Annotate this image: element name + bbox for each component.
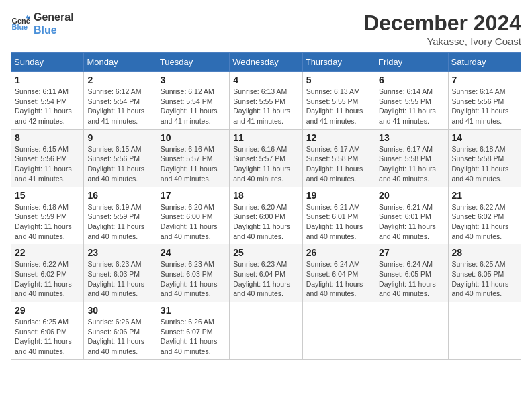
weekday-header-row: SundayMondayTuesdayWednesdayThursdayFrid…: [11, 53, 521, 72]
day-number: 31: [161, 305, 226, 316]
day-info: Sunrise: 6:12 AMSunset: 5:54 PMDaylight:…: [87, 87, 152, 126]
calendar-cell: [375, 302, 448, 360]
calendar-cell: 27Sunrise: 6:24 AMSunset: 6:05 PMDayligh…: [375, 244, 448, 302]
day-info: Sunrise: 6:18 AMSunset: 5:58 PMDaylight:…: [452, 144, 517, 184]
day-number: 11: [233, 132, 298, 143]
weekday-header-saturday: Saturday: [448, 53, 521, 72]
day-number: 17: [161, 190, 226, 201]
calendar-cell: 3Sunrise: 6:12 AMSunset: 5:54 PMDaylight…: [157, 72, 229, 130]
day-number: 30: [87, 305, 152, 316]
calendar-cell: 17Sunrise: 6:20 AMSunset: 6:00 PMDayligh…: [157, 187, 229, 244]
calendar-cell: 15Sunrise: 6:18 AMSunset: 5:59 PMDayligh…: [11, 187, 84, 244]
calendar-cell: 5Sunrise: 6:13 AMSunset: 5:55 PMDaylight…: [302, 72, 375, 130]
calendar-week-1: 1Sunrise: 6:11 AMSunset: 5:54 PMDaylight…: [11, 72, 521, 130]
calendar-cell: 26Sunrise: 6:24 AMSunset: 6:04 PMDayligh…: [302, 244, 375, 302]
day-info: Sunrise: 6:23 AMSunset: 6:04 PMDaylight:…: [233, 259, 298, 299]
day-info: Sunrise: 6:21 AMSunset: 6:01 PMDaylight:…: [306, 202, 371, 242]
day-info: Sunrise: 6:14 AMSunset: 5:56 PMDaylight:…: [452, 87, 517, 126]
day-info: Sunrise: 6:21 AMSunset: 6:01 PMDaylight:…: [379, 202, 444, 242]
calendar-cell: 24Sunrise: 6:23 AMSunset: 6:03 PMDayligh…: [157, 244, 229, 302]
day-number: 22: [15, 247, 80, 258]
calendar-cell: 12Sunrise: 6:17 AMSunset: 5:58 PMDayligh…: [302, 129, 375, 187]
calendar-week-4: 22Sunrise: 6:22 AMSunset: 6:02 PMDayligh…: [11, 244, 521, 302]
day-info: Sunrise: 6:12 AMSunset: 5:54 PMDaylight:…: [161, 87, 226, 126]
calendar-cell: 11Sunrise: 6:16 AMSunset: 5:57 PMDayligh…: [230, 129, 302, 187]
day-info: Sunrise: 6:13 AMSunset: 5:55 PMDaylight:…: [306, 87, 371, 126]
day-info: Sunrise: 6:16 AMSunset: 5:57 PMDaylight:…: [233, 144, 298, 184]
day-info: Sunrise: 6:23 AMSunset: 6:03 PMDaylight:…: [161, 259, 226, 299]
day-number: 4: [233, 75, 298, 85]
day-number: 21: [452, 190, 517, 201]
calendar-cell: 21Sunrise: 6:22 AMSunset: 6:02 PMDayligh…: [448, 187, 521, 244]
day-number: 3: [161, 75, 226, 85]
day-info: Sunrise: 6:14 AMSunset: 5:55 PMDaylight:…: [379, 87, 444, 126]
calendar-cell: [230, 302, 302, 360]
day-info: Sunrise: 6:17 AMSunset: 5:58 PMDaylight:…: [379, 144, 444, 184]
day-number: 14: [452, 132, 517, 143]
calendar-cell: 9Sunrise: 6:15 AMSunset: 5:56 PMDaylight…: [84, 129, 157, 187]
calendar-cell: 7Sunrise: 6:14 AMSunset: 5:56 PMDaylight…: [448, 72, 521, 130]
day-info: Sunrise: 6:20 AMSunset: 6:00 PMDaylight:…: [161, 202, 226, 242]
calendar-week-3: 15Sunrise: 6:18 AMSunset: 5:59 PMDayligh…: [11, 187, 521, 244]
day-info: Sunrise: 6:22 AMSunset: 6:02 PMDaylight:…: [452, 202, 517, 242]
calendar-cell: [448, 302, 521, 360]
day-number: 9: [87, 132, 152, 143]
weekday-header-friday: Friday: [375, 53, 448, 72]
day-number: 27: [379, 247, 444, 258]
day-number: 19: [306, 190, 371, 201]
day-info: Sunrise: 6:15 AMSunset: 5:56 PMDaylight:…: [15, 144, 80, 184]
calendar-cell: 1Sunrise: 6:11 AMSunset: 5:54 PMDaylight…: [11, 72, 84, 130]
day-info: Sunrise: 6:25 AMSunset: 6:05 PMDaylight:…: [452, 259, 517, 299]
day-number: 13: [379, 132, 444, 143]
calendar-cell: 29Sunrise: 6:25 AMSunset: 6:06 PMDayligh…: [11, 302, 84, 360]
weekday-header-tuesday: Tuesday: [157, 53, 229, 72]
day-info: Sunrise: 6:25 AMSunset: 6:06 PMDaylight:…: [15, 317, 80, 357]
day-info: Sunrise: 6:20 AMSunset: 6:00 PMDaylight:…: [233, 202, 298, 242]
day-number: 1: [15, 75, 80, 85]
day-info: Sunrise: 6:13 AMSunset: 5:55 PMDaylight:…: [233, 87, 298, 126]
calendar-table: SundayMondayTuesdayWednesdayThursdayFrid…: [11, 52, 521, 360]
day-number: 25: [233, 247, 298, 258]
day-number: 2: [87, 75, 152, 85]
day-info: Sunrise: 6:11 AMSunset: 5:54 PMDaylight:…: [15, 87, 80, 126]
day-info: Sunrise: 6:24 AMSunset: 6:04 PMDaylight:…: [306, 259, 371, 299]
day-info: Sunrise: 6:17 AMSunset: 5:58 PMDaylight:…: [306, 144, 371, 184]
calendar-cell: 30Sunrise: 6:26 AMSunset: 6:06 PMDayligh…: [84, 302, 157, 360]
calendar-cell: 10Sunrise: 6:16 AMSunset: 5:57 PMDayligh…: [157, 129, 229, 187]
calendar-cell: 25Sunrise: 6:23 AMSunset: 6:04 PMDayligh…: [230, 244, 302, 302]
day-info: Sunrise: 6:26 AMSunset: 6:07 PMDaylight:…: [161, 317, 226, 357]
logo-icon: General Blue: [11, 14, 30, 33]
day-number: 29: [15, 305, 80, 316]
day-info: Sunrise: 6:26 AMSunset: 6:06 PMDaylight:…: [87, 317, 152, 357]
calendar-cell: 31Sunrise: 6:26 AMSunset: 6:07 PMDayligh…: [157, 302, 229, 360]
calendar-cell: 4Sunrise: 6:13 AMSunset: 5:55 PMDaylight…: [230, 72, 302, 130]
day-number: 18: [233, 190, 298, 201]
calendar-cell: 2Sunrise: 6:12 AMSunset: 5:54 PMDaylight…: [84, 72, 157, 130]
day-info: Sunrise: 6:18 AMSunset: 5:59 PMDaylight:…: [15, 202, 80, 242]
day-info: Sunrise: 6:23 AMSunset: 6:03 PMDaylight:…: [87, 259, 152, 299]
location: Yakasse, Ivory Coast: [363, 36, 521, 47]
day-number: 5: [306, 75, 371, 85]
calendar-cell: [302, 302, 375, 360]
page-header: General Blue General Blue December 2024 …: [11, 11, 521, 47]
day-number: 26: [306, 247, 371, 258]
calendar-cell: 13Sunrise: 6:17 AMSunset: 5:58 PMDayligh…: [375, 129, 448, 187]
weekday-header-monday: Monday: [84, 53, 157, 72]
title-section: December 2024 Yakasse, Ivory Coast: [363, 11, 521, 47]
day-info: Sunrise: 6:24 AMSunset: 6:05 PMDaylight:…: [379, 259, 444, 299]
logo-text-blue: Blue: [34, 24, 74, 36]
day-number: 16: [87, 190, 152, 201]
logo: General Blue General Blue: [11, 11, 74, 36]
day-number: 8: [15, 132, 80, 143]
calendar-week-5: 29Sunrise: 6:25 AMSunset: 6:06 PMDayligh…: [11, 302, 521, 360]
logo-text-general: General: [34, 11, 74, 24]
calendar-cell: 28Sunrise: 6:25 AMSunset: 6:05 PMDayligh…: [448, 244, 521, 302]
calendar-cell: 18Sunrise: 6:20 AMSunset: 6:00 PMDayligh…: [230, 187, 302, 244]
weekday-header-thursday: Thursday: [302, 53, 375, 72]
day-info: Sunrise: 6:22 AMSunset: 6:02 PMDaylight:…: [15, 259, 80, 299]
day-number: 7: [452, 75, 517, 85]
day-info: Sunrise: 6:19 AMSunset: 5:59 PMDaylight:…: [87, 202, 152, 242]
day-number: 28: [452, 247, 517, 258]
calendar-cell: 6Sunrise: 6:14 AMSunset: 5:55 PMDaylight…: [375, 72, 448, 130]
day-number: 23: [87, 247, 152, 258]
